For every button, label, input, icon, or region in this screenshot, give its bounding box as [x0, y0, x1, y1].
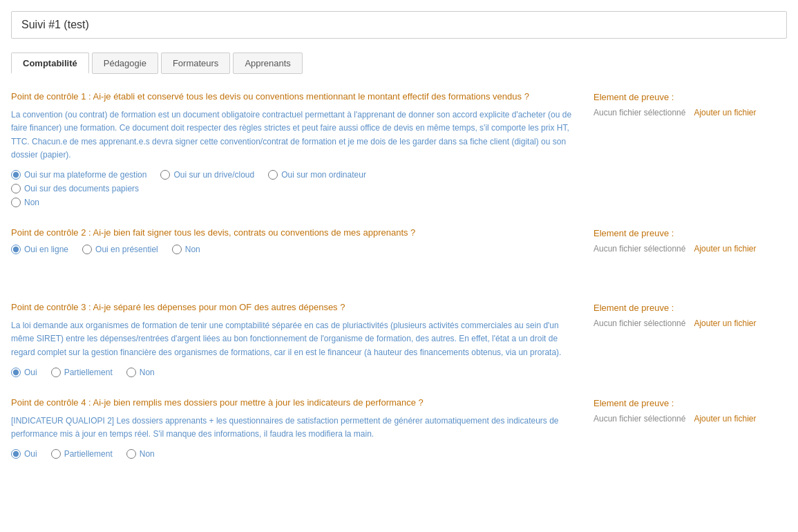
tab-apprenants[interactable]: Apprenants — [233, 53, 303, 74]
control-4-evidence: Element de preuve : Aucun fichier sélect… — [593, 397, 787, 459]
control-1-options: Oui sur ma plateforme de gestion Oui sur… — [11, 170, 573, 207]
control-4-title: Point de contrôle 4 : Ai-je bien remplis… — [11, 397, 573, 409]
control-block-1: Point de contrôle 1 : Ai-je établi et co… — [11, 91, 787, 207]
control-3-evidence: Element de preuve : Aucun fichier sélect… — [593, 301, 787, 377]
control-2-evidence: Element de preuve : Aucun fichier sélect… — [593, 227, 787, 282]
control-1-left: Point de contrôle 1 : Ai-je établi et co… — [11, 91, 593, 207]
control-1-desc: La convention (ou contrat) de formation … — [11, 108, 573, 162]
control-4-left: Point de contrôle 4 : Ai-je bien remplis… — [11, 397, 593, 459]
radio-ctrl1-plateforme[interactable]: Oui sur ma plateforme de gestion — [11, 170, 146, 180]
file-none-2: Aucun fichier sélectionné — [593, 244, 685, 254]
file-none-3: Aucun fichier sélectionné — [593, 319, 685, 328]
radio-ctrl2-enligne[interactable]: Oui en ligne — [11, 245, 68, 254]
control-block-4: Point de contrôle 4 : Ai-je bien remplis… — [11, 397, 787, 459]
radio-ctrl1-ordinateur[interactable]: Oui sur mon ordinateur — [268, 170, 366, 180]
page-title: Suivi #1 (test) — [11, 11, 787, 39]
radio-ctrl4-oui[interactable]: Oui — [11, 449, 37, 459]
evidence-1-label: Element de preuve : — [593, 92, 787, 102]
file-none-1: Aucun fichier sélectionné — [593, 108, 685, 117]
radio-ctrl3-oui[interactable]: Oui — [11, 368, 37, 377]
control-block-3: Point de contrôle 3 : Ai-je séparé les d… — [11, 301, 787, 377]
radio-ctrl3-non[interactable]: Non — [126, 368, 155, 377]
tab-comptabilite[interactable]: Comptabilité — [11, 53, 89, 74]
radio-ctrl1-papier[interactable]: Oui sur des documents papiers — [11, 184, 573, 193]
radio-ctrl2-presentiel[interactable]: Oui en présentiel — [82, 245, 158, 254]
control-block-2: Point de contrôle 2 : Ai-je bien fait si… — [11, 227, 787, 282]
add-file-btn-1[interactable]: Ajouter un fichier — [694, 108, 756, 117]
add-file-btn-2[interactable]: Ajouter un fichier — [694, 244, 756, 254]
radio-ctrl2-non[interactable]: Non — [172, 245, 200, 254]
control-3-options: Oui Partiellement Non — [11, 368, 573, 377]
radio-ctrl1-drive[interactable]: Oui sur un drive/cloud — [160, 170, 254, 180]
control-2-options: Oui en ligne Oui en présentiel Non — [11, 245, 573, 254]
controls-wrapper: Point de contrôle 1 : Ai-je établi et co… — [11, 91, 787, 459]
control-2-left: Point de contrôle 2 : Ai-je bien fait si… — [11, 227, 593, 282]
file-row-3: Aucun fichier sélectionné Ajouter un fic… — [593, 319, 787, 328]
radio-ctrl4-partiellement[interactable]: Partiellement — [51, 449, 113, 459]
add-file-btn-3[interactable]: Ajouter un fichier — [694, 319, 756, 328]
tab-bar: Comptabilité Pédagogie Formateurs Appren… — [11, 53, 787, 74]
control-1-evidence: Element de preuve : Aucun fichier sélect… — [593, 91, 787, 207]
control-1-title: Point de contrôle 1 : Ai-je établi et co… — [11, 91, 573, 103]
radio-ctrl3-partiellement[interactable]: Partiellement — [51, 368, 113, 377]
evidence-4-label: Element de preuve : — [593, 398, 787, 408]
file-row-1: Aucun fichier sélectionné Ajouter un fic… — [593, 108, 787, 117]
tab-pedagogie[interactable]: Pédagogie — [92, 53, 158, 74]
control-3-left: Point de contrôle 3 : Ai-je séparé les d… — [11, 301, 593, 377]
control-3-title: Point de contrôle 3 : Ai-je séparé les d… — [11, 301, 573, 314]
evidence-2-label: Element de preuve : — [593, 228, 787, 238]
radio-ctrl1-non[interactable]: Non — [11, 198, 39, 207]
file-none-4: Aucun fichier sélectionné — [593, 414, 685, 424]
file-row-2: Aucun fichier sélectionné Ajouter un fic… — [593, 244, 787, 254]
radio-ctrl4-non[interactable]: Non — [126, 449, 155, 459]
control-4-desc: [INDICATEUR QUALIOPI 2] Les dossiers app… — [11, 415, 573, 441]
control-3-desc: La loi demande aux organismes de formati… — [11, 319, 573, 359]
add-file-btn-4[interactable]: Ajouter un fichier — [694, 414, 756, 424]
evidence-3-label: Element de preuve : — [593, 303, 787, 313]
control-4-options: Oui Partiellement Non — [11, 449, 573, 459]
tab-formateurs[interactable]: Formateurs — [161, 53, 230, 74]
control-2-title: Point de contrôle 2 : Ai-je bien fait si… — [11, 227, 573, 239]
file-row-4: Aucun fichier sélectionné Ajouter un fic… — [593, 414, 787, 424]
